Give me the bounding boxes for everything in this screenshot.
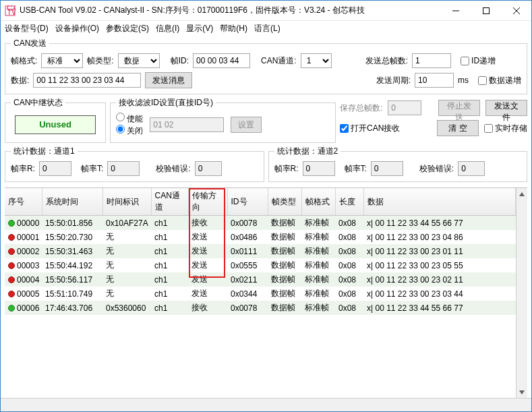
- ch1-rate-t-label: 帧率T:: [81, 163, 103, 175]
- status-dot: [8, 305, 15, 312]
- svg-marker-8: [519, 390, 525, 394]
- send-period-input[interactable]: [415, 73, 454, 88]
- stats-ch2-legend: 统计数据：通道2: [274, 146, 341, 157]
- send-file-button[interactable]: 发送文件: [485, 100, 527, 116]
- data-grid-wrap: 序号 系统时间 时间标识 CAN通道 传输方向 ID号 帧类型 帧格式 长度 数…: [5, 187, 527, 398]
- can-channel-select[interactable]: 1: [301, 53, 332, 68]
- svg-rect-4: [483, 7, 489, 13]
- id-inc-checkbox-label[interactable]: ID递增: [461, 55, 496, 67]
- clear-button[interactable]: 清 空: [437, 120, 479, 136]
- col-len[interactable]: 长度: [335, 188, 363, 216]
- data-inc-checkbox-label[interactable]: 数据递增: [478, 75, 521, 86]
- can-send-legend: CAN发送: [11, 38, 49, 49]
- maximize-button[interactable]: [471, 1, 501, 20]
- col-seq[interactable]: 序号: [5, 188, 42, 216]
- minimize-button[interactable]: [440, 1, 471, 20]
- id-inc-checkbox[interactable]: [461, 57, 469, 65]
- filter-enable-radio-label[interactable]: 使能: [116, 114, 143, 123]
- frame-type-select[interactable]: 数据帧: [118, 53, 160, 68]
- status-dot: [8, 248, 15, 255]
- total-frames-input[interactable]: [412, 53, 451, 68]
- status-dot: [8, 262, 15, 269]
- table-row[interactable]: 0000215:50:31.463无ch1发送0x0111数据帧标准帧0x08x…: [5, 244, 516, 258]
- window-title: USB-CAN Tool V9.02 - CANalyst-II - SN:序列…: [20, 5, 440, 16]
- stats-ch1-group: 统计数据：通道1 帧率R: 帧率T: 校验错误:: [5, 146, 264, 182]
- status-dot: [8, 234, 15, 241]
- menu-help[interactable]: 帮助(H): [220, 23, 247, 34]
- menu-language[interactable]: 语言(L): [254, 23, 280, 34]
- data-inc-checkbox[interactable]: [478, 76, 487, 85]
- realtime-save-checkbox[interactable]: [484, 124, 493, 133]
- relay-unused-button[interactable]: Unused: [15, 115, 96, 134]
- save-frames-input: [388, 100, 421, 115]
- menu-info[interactable]: 信息(I): [156, 23, 179, 34]
- ch2-rate-t-label: 帧率T:: [345, 163, 367, 175]
- ch1-rate-r-label: 帧率R:: [11, 163, 35, 175]
- can-send-group: CAN发送 帧格式: 标准帧 帧类型: 数据帧 帧ID: CAN通道: 1 发送…: [5, 38, 527, 94]
- frame-format-label: 帧格式:: [11, 55, 37, 67]
- send-msg-button[interactable]: 发送消息: [145, 72, 192, 88]
- svg-text:TW: TW: [7, 7, 16, 16]
- data-grid[interactable]: 序号 系统时间 时间标识 CAN通道 传输方向 ID号 帧类型 帧格式 长度 数…: [5, 188, 516, 398]
- total-frames-label: 发送总帧数:: [365, 55, 408, 67]
- table-row[interactable]: 0000415:50:56.117无ch1发送0x0211数据帧标准帧0x08x…: [5, 272, 516, 287]
- ch1-err-value: [195, 161, 222, 176]
- ch2-err-value: [458, 161, 485, 176]
- status-dot: [8, 220, 15, 227]
- ch1-rate-r-value: [39, 161, 71, 176]
- send-period-unit: ms: [458, 76, 469, 85]
- table-row[interactable]: 0000015:50:01.8560x10AF27Ach1接收0x0078数据帧…: [5, 216, 516, 231]
- table-row[interactable]: 0000515:51:10.749无ch1发送0x0344数据帧标准帧0x08x…: [5, 287, 516, 301]
- relay-legend: CAN中继状态: [11, 97, 65, 109]
- filter-disable-radio[interactable]: [116, 125, 125, 134]
- data-label: 数据:: [11, 75, 29, 86]
- col-fformat[interactable]: 帧格式: [301, 188, 335, 216]
- filter-enable-radio[interactable]: [116, 113, 125, 121]
- ch1-rate-t-value: [107, 161, 140, 176]
- open-can-recv-checkbox[interactable]: [340, 124, 349, 133]
- stop-send-button: 停止发送: [438, 100, 480, 116]
- svg-marker-7: [519, 192, 525, 196]
- status-dot: [8, 276, 15, 283]
- table-row[interactable]: 0000617:46:43.7060x5360060ch1接收0x0078数据帧…: [5, 301, 516, 315]
- status-dot: [8, 291, 15, 297]
- col-ftype[interactable]: 帧类型: [268, 188, 301, 216]
- scroll-down-icon[interactable]: [517, 386, 527, 398]
- ch2-rate-t-value: [371, 161, 403, 176]
- col-data[interactable]: 数据: [363, 188, 516, 216]
- ch2-rate-r-label: 帧率R:: [274, 163, 299, 175]
- table-row[interactable]: 0000115:50:20.730无ch1发送0x0486数据帧标准帧0x08x…: [5, 230, 516, 244]
- scroll-up-icon[interactable]: [517, 188, 527, 200]
- menu-device-op[interactable]: 设备操作(O): [55, 23, 99, 34]
- col-timemark[interactable]: 时间标识: [102, 188, 151, 216]
- filter-disable-radio-label[interactable]: 关闭: [116, 126, 143, 136]
- data-input[interactable]: [33, 73, 141, 88]
- app-icon: CANTW: [5, 5, 16, 16]
- vertical-scrollbar[interactable]: [516, 188, 527, 398]
- frame-id-label: 帧ID:: [171, 55, 189, 67]
- ch2-err-label: 校验错误:: [419, 163, 454, 175]
- close-button[interactable]: [501, 1, 531, 20]
- col-dir[interactable]: 传输方向: [188, 188, 227, 216]
- save-frames-label: 保存总帧数:: [340, 102, 382, 114]
- menubar: 设备型号(D) 设备操作(O) 参数设定(S) 信息(I) 显示(V) 帮助(H…: [1, 21, 531, 36]
- col-id[interactable]: ID号: [227, 188, 268, 216]
- menu-display[interactable]: 显示(V): [186, 23, 213, 34]
- menu-device-model[interactable]: 设备型号(D): [5, 23, 49, 34]
- filter-group: 接收滤波ID设置(直接ID号) 使能 关闭 设置: [110, 97, 336, 143]
- filter-set-button: 设置: [231, 117, 262, 133]
- col-systime[interactable]: 系统时间: [42, 188, 102, 216]
- right-controls: 保存总帧数: 停止发送 发送文件 打开CAN接收 清 空 实时存储: [340, 97, 527, 143]
- stats-ch1-legend: 统计数据：通道1: [11, 146, 78, 157]
- menu-param-set[interactable]: 参数设定(S): [106, 23, 149, 34]
- frame-id-input[interactable]: [193, 53, 250, 68]
- table-row[interactable]: 0000315:50:44.192无ch1发送0x0555数据帧标准帧0x08x…: [5, 258, 516, 272]
- open-can-recv-label[interactable]: 打开CAN接收: [340, 123, 400, 134]
- can-channel-label: CAN通道:: [261, 55, 297, 67]
- filter-ids-input: [150, 117, 224, 132]
- realtime-save-label[interactable]: 实时存储: [484, 123, 527, 134]
- relay-group: CAN中继状态 Unused: [5, 97, 106, 143]
- filter-legend: 接收滤波ID设置(直接ID号): [116, 97, 216, 109]
- col-channel[interactable]: CAN通道: [151, 188, 188, 216]
- frame-format-select[interactable]: 标准帧: [41, 53, 83, 68]
